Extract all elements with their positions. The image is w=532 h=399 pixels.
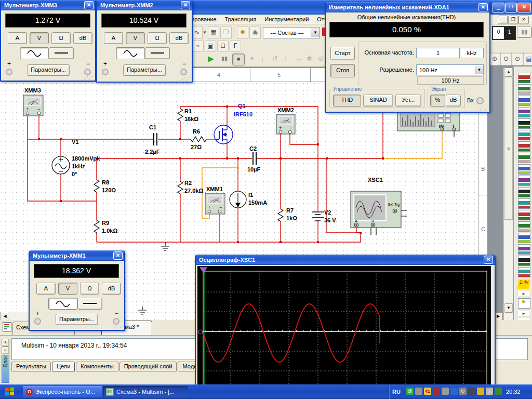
tray-chip-icon[interactable] <box>415 388 422 395</box>
mcu-icon[interactable]: ▣ <box>205 41 216 52</box>
oscilloscope-icon[interactable] <box>518 107 530 117</box>
bus-icon[interactable]: Г <box>230 41 241 52</box>
xda1-stop-button[interactable]: Стоп <box>330 64 355 77</box>
tray-counter-41-icon[interactable]: 41 <box>424 388 431 395</box>
logic-converter-icon[interactable] <box>518 176 530 186</box>
zoom-area-icon[interactable]: ⊙ <box>512 53 523 65</box>
tray-grid-icon[interactable] <box>433 388 440 395</box>
new-component-icon[interactable]: ✱ <box>237 26 248 39</box>
xmm3-ohm-button[interactable]: Ω <box>51 32 71 44</box>
remove-breakpoint-icon[interactable]: ⊘ <box>318 55 324 62</box>
xmm3-minus-terminal[interactable] <box>84 69 91 75</box>
tab-results[interactable]: Результаты <box>11 362 51 371</box>
multimeter-icon[interactable] <box>518 73 530 83</box>
xmm1-dc-button[interactable] <box>77 298 102 310</box>
xda1-resize-grip[interactable]: ⋰⋰ <box>478 107 488 112</box>
close-button[interactable]: ✕ <box>517 3 531 12</box>
child-minimize-button[interactable]: _ <box>498 16 507 23</box>
scroll-down-button[interactable]: ▼ <box>504 303 513 313</box>
xmm3-close-icon[interactable]: ✕ <box>84 1 94 9</box>
start-button[interactable] <box>3 387 17 396</box>
run-simulation-button[interactable]: ▶ <box>206 54 216 64</box>
xmm2-volt-button[interactable]: V <box>126 32 145 44</box>
tray-volume-alt-icon[interactable] <box>477 388 484 395</box>
virtual-part-icon[interactable]: ⌁ <box>192 41 204 52</box>
xmm2-title-bar[interactable]: Мультиметр-XMM2 ✕ <box>97 0 192 10</box>
xsc1-window[interactable]: Осциллограф-XSC1 ✕ <box>195 255 496 398</box>
child-restore-button[interactable]: ❐ <box>508 16 518 24</box>
labview-dropdown-icon[interactable]: ▸ <box>518 311 529 316</box>
probe-dropdown-icon[interactable]: ▸ <box>518 291 529 296</box>
tray-sync-icon[interactable]: ↻ <box>459 388 467 395</box>
xmm3-ac-button[interactable] <box>20 47 49 59</box>
logic-analyzer-icon[interactable] <box>518 164 530 175</box>
panel-close-button[interactable]: x <box>2 339 9 347</box>
simulate-switch[interactable]: 0 1 <box>492 26 516 40</box>
run-to-cursor-icon[interactable]: → <box>295 55 302 62</box>
network-analyzer-icon[interactable] <box>518 221 530 232</box>
xsc1-close-icon[interactable]: ✕ <box>484 256 493 264</box>
composition-combobox[interactable]: --- Состав --- ▼ <box>263 27 320 38</box>
xmm3-dc-button[interactable] <box>49 47 74 59</box>
scroll-up-button[interactable]: ▲ <box>504 68 513 77</box>
xmm1-ac-button[interactable] <box>48 298 77 310</box>
vertical-scrollbar[interactable]: ▲ ≡ ▼ <box>503 68 513 320</box>
xmm1-plus-terminal[interactable] <box>34 318 41 325</box>
xmm3-window[interactable]: Мультиметр-XMM3 ✕ 1.272 V A V Ω dB + − П… <box>0 0 96 82</box>
xda1-title-bar[interactable]: Измеритель нелинейных искажений-XDA1 ✕ <box>326 2 489 12</box>
tab-copper-layer[interactable]: Проводящий слой <box>119 362 177 371</box>
database-icon[interactable]: ◉ <box>249 26 261 39</box>
xmm2-dc-button[interactable] <box>145 47 170 59</box>
waveform-source-icon[interactable]: ∿ <box>191 26 203 39</box>
tray-shield-icon[interactable] <box>495 388 502 395</box>
spectrum-analyzer-icon[interactable] <box>518 210 530 220</box>
hierarchy-icon[interactable]: ⊟ <box>217 41 229 52</box>
zoom-in-icon[interactable]: ⊕ <box>489 53 500 65</box>
xmm1-ampere-button[interactable]: A <box>36 283 56 295</box>
xmm2-close-icon[interactable]: ✕ <box>181 1 190 9</box>
tray-signal-icon[interactable] <box>468 388 475 395</box>
menu-tools[interactable]: Инструментарий <box>264 16 309 22</box>
panel-expand-button[interactable]: ▸ <box>2 347 9 354</box>
xda1-freq-unit[interactable]: kHz <box>460 48 484 58</box>
xda1-start-button[interactable]: Старт <box>330 47 355 60</box>
minimize-button[interactable]: _ <box>493 3 504 12</box>
xmm3-db-button[interactable]: dB <box>73 32 92 44</box>
tray-mouse-icon[interactable] <box>442 388 449 395</box>
measurement-probe-icon[interactable]: 1.4v <box>517 280 530 289</box>
language-indicator[interactable]: RU <box>392 389 401 395</box>
tray-volume-icon[interactable]: ♪ <box>486 388 493 395</box>
xmm3-resize-grip[interactable]: ⋰⋰ <box>84 75 94 81</box>
task-button-opera[interactable]: O Экспресс-панель - O... <box>23 386 102 397</box>
xmm2-ohm-button[interactable]: Ω <box>148 32 167 44</box>
xmm1-params-button[interactable]: Параметры... <box>56 314 98 325</box>
scope-channel-marker[interactable] <box>198 330 203 334</box>
tray-messenger-icon[interactable]: @ <box>406 388 414 395</box>
xmm3-volt-button[interactable]: V <box>30 32 49 44</box>
child-close-button[interactable]: × <box>518 16 529 24</box>
xmm1-ohm-button[interactable]: Ω <box>80 283 99 295</box>
xmm1-volt-button[interactable]: V <box>58 283 77 295</box>
clock[interactable]: 20:32 <box>506 389 521 395</box>
record-button[interactable]: ● <box>247 54 257 64</box>
menu-modeling[interactable]: ирование <box>191 16 217 22</box>
labview-instrument-icon[interactable]: ▶ <box>518 298 530 309</box>
step-out-icon[interactable]: ↑ <box>284 55 287 62</box>
agilent-oscilloscope-icon[interactable] <box>518 256 530 266</box>
distortion-analyzer-icon[interactable] <box>518 198 530 209</box>
xda1-db-button[interactable]: dB <box>446 95 461 107</box>
breakpoint-icon[interactable]: ✱ <box>307 55 312 62</box>
word-generator-icon[interactable] <box>518 153 530 163</box>
task-button-multisim[interactable]: Схема3 - Multisim - [... <box>103 386 188 397</box>
tab-nets[interactable]: Цепи <box>52 362 75 371</box>
xda1-res-dropdown-arrow[interactable]: ▼ <box>475 65 483 74</box>
xsc1-title-bar[interactable]: Осциллограф-XSC1 ✕ <box>196 255 495 265</box>
step-into-icon[interactable]: ↓ <box>261 55 264 62</box>
xmm2-ac-button[interactable] <box>116 47 145 59</box>
xda1-settings-button[interactable]: Уст... <box>395 95 421 107</box>
xda1-close-icon[interactable]: ✕ <box>478 3 488 11</box>
zoom-out-icon[interactable]: ⊖ <box>500 53 512 65</box>
step-over-icon[interactable]: ↺ <box>272 55 278 62</box>
xmm1-resize-grip[interactable]: ⋰⋰ <box>113 325 123 330</box>
waveform-dropdown-arrow[interactable]: ▼ <box>203 30 207 35</box>
